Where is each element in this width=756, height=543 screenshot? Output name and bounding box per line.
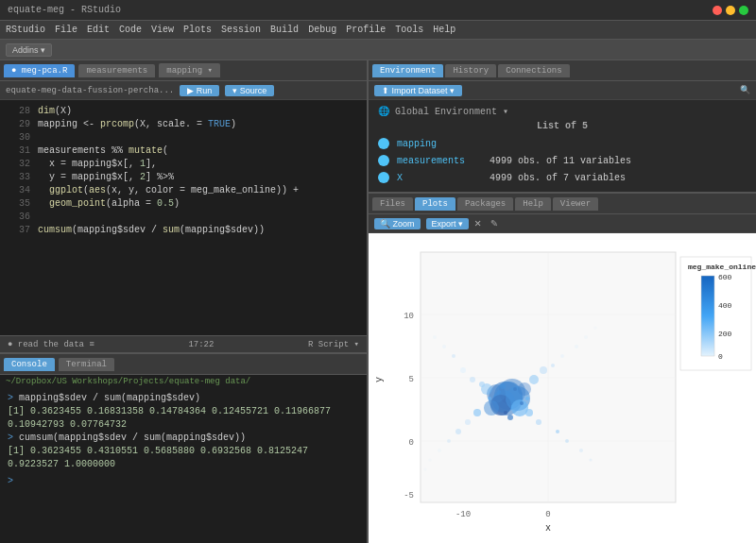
tab-files[interactable]: Files	[372, 197, 413, 211]
var-name-measurements[interactable]: measurements	[397, 156, 482, 166]
menu-rstudio[interactable]: RStudio	[6, 25, 45, 35]
svg-text:200: 200	[718, 330, 732, 338]
svg-text:0: 0	[545, 510, 550, 519]
export-button[interactable]: Export ▾	[426, 218, 470, 229]
search-icon[interactable]: 🔍	[740, 85, 750, 95]
env-var-x: X 4999 obs. of 7 variables	[378, 169, 747, 186]
svg-point-56	[500, 383, 506, 389]
run-button[interactable]: ▶ Run	[180, 85, 219, 96]
svg-text:0: 0	[718, 352, 723, 361]
read-data-label: ● read the data ≡	[8, 340, 94, 349]
script-type[interactable]: R Script ▾	[308, 339, 359, 349]
window-title: equate-meg - RStudio	[8, 5, 121, 15]
tab-terminal[interactable]: Terminal	[59, 358, 114, 371]
maximize-button[interactable]	[739, 6, 748, 15]
environment-pane: Environment History Connections ⬆ Import…	[369, 60, 756, 194]
svg-point-32	[465, 419, 471, 425]
addins-button[interactable]: Addins ▾	[6, 43, 52, 57]
tab-mapping[interactable]: mapping ▾	[159, 63, 220, 77]
var-icon-x	[378, 172, 389, 183]
menu-code[interactable]: Code	[119, 25, 142, 35]
code-line-35: 35 geom_point(alpha = 0.5)	[4, 196, 367, 210]
var-name-x[interactable]: X	[397, 173, 482, 183]
var-icon-measurements	[378, 155, 389, 166]
tab-viewer[interactable]: Viewer	[553, 197, 598, 211]
menu-session[interactable]: Session	[221, 25, 261, 35]
svg-point-29	[536, 419, 541, 425]
menu-edit[interactable]: Edit	[87, 25, 110, 35]
tab-plots[interactable]: Plots	[415, 197, 455, 211]
svg-point-33	[460, 367, 466, 373]
svg-text:y: y	[374, 377, 385, 382]
svg-text:-10: -10	[455, 510, 471, 519]
svg-text:600: 600	[718, 273, 732, 281]
svg-point-37	[560, 354, 564, 358]
tab-packages[interactable]: Packages	[457, 197, 513, 211]
tab-measurements[interactable]: measurements	[78, 64, 155, 77]
code-lines: 28 dim(X) 29 mapping <- prcomp(X, scale.…	[0, 104, 367, 236]
tab-console[interactable]: Console	[4, 358, 55, 371]
svg-point-49	[594, 327, 597, 330]
remove-plot-button[interactable]: ✕	[474, 216, 481, 230]
var-desc-measurements: 4999 obs. of 11 variables	[490, 156, 631, 166]
global-env-selector[interactable]: 🌐 Global Environment ▾	[378, 106, 747, 117]
editor-content[interactable]: 28 dim(X) 29 mapping <- prcomp(X, scale.…	[0, 100, 367, 335]
tab-meg-pca[interactable]: ● meg-pca.R	[4, 64, 75, 77]
env-var-measurements: measurements 4999 obs. of 11 variables	[378, 152, 747, 169]
svg-point-44	[438, 449, 441, 452]
svg-point-38	[452, 354, 455, 358]
svg-point-30	[470, 377, 475, 382]
code-line-31: 31 measurements %% mutate(	[4, 144, 367, 157]
svg-point-36	[556, 430, 559, 433]
svg-point-26	[479, 382, 485, 387]
svg-point-54	[497, 390, 501, 394]
edit-plot-button[interactable]: ✎	[490, 216, 497, 230]
code-line-30: 30	[4, 130, 367, 144]
code-line-36: 36	[4, 210, 367, 223]
menu-build[interactable]: Build	[270, 25, 299, 35]
title-bar: equate-meg - RStudio	[0, 0, 756, 21]
tab-environment[interactable]: Environment	[372, 64, 443, 77]
editor-tabs: ● meg-pca.R measurements mapping ▾	[0, 60, 367, 81]
tab-history[interactable]: History	[445, 64, 496, 77]
code-line-33: 33 y = mapping$x[, 2] %>%	[4, 170, 367, 183]
code-line-37: 37 cumsum(mapping$sdev / sum(mapping$sde…	[4, 223, 367, 236]
file-path: equate-meg-data-fussion-percha...	[6, 86, 174, 95]
svg-point-34	[551, 364, 555, 367]
close-button[interactable]	[713, 6, 722, 15]
svg-rect-59	[680, 257, 751, 370]
console-line-2: [1] 0.3623455 0.16831358 0.14784364 0.12…	[8, 405, 359, 432]
svg-text:meg_make_online: meg_make_online	[688, 263, 756, 271]
menu-tools[interactable]: Tools	[395, 25, 423, 35]
svg-point-22	[484, 400, 499, 416]
var-name-mapping[interactable]: mapping	[397, 139, 482, 149]
minimize-button[interactable]	[726, 6, 735, 15]
console-content[interactable]: > mapping$sdev / sum(mapping$sdev) [1] 0…	[0, 388, 367, 543]
console-path: ~/Dropbox/US Workshops/Projects/equate-m…	[0, 375, 367, 388]
console-prompt-line[interactable]: >	[8, 475, 359, 488]
source-button[interactable]: ▾ Source	[225, 85, 274, 96]
import-dataset-button[interactable]: ⬆ Import Dataset ▾	[374, 85, 462, 96]
svg-point-28	[473, 409, 481, 416]
window-controls	[713, 6, 748, 15]
menu-file[interactable]: File	[55, 25, 77, 35]
env-tabs: Environment History Connections	[369, 60, 756, 81]
tab-help[interactable]: Help	[515, 197, 551, 211]
tab-connections[interactable]: Connections	[498, 64, 569, 77]
menu-bar: RStudio File Edit Code View Plots Sessio…	[0, 21, 756, 40]
svg-rect-61	[701, 276, 714, 356]
menu-help[interactable]: Help	[433, 25, 455, 35]
svg-point-31	[540, 366, 547, 374]
code-line-29: 29 mapping <- prcomp(X, scale. = TRUE)	[4, 117, 367, 130]
svg-point-53	[520, 401, 524, 405]
menu-debug[interactable]: Debug	[308, 25, 336, 35]
right-panel: Environment History Connections ⬆ Import…	[369, 60, 756, 543]
plot-area: 10 5 0 -5 -10 0 y x	[369, 233, 756, 543]
menu-profile[interactable]: Profile	[346, 25, 386, 35]
menu-view[interactable]: View	[151, 25, 174, 35]
menu-plots[interactable]: Plots	[183, 25, 212, 35]
rstudio-window: equate-meg - RStudio RStudio File Edit C…	[0, 0, 756, 543]
zoom-button[interactable]: 🔍 Zoom	[374, 218, 421, 229]
code-line-32: 32 x = mapping$x[, 1],	[4, 157, 367, 170]
code-line-34: 34 ggplot(aes(x, y, color = meg_make_onl…	[4, 183, 367, 196]
